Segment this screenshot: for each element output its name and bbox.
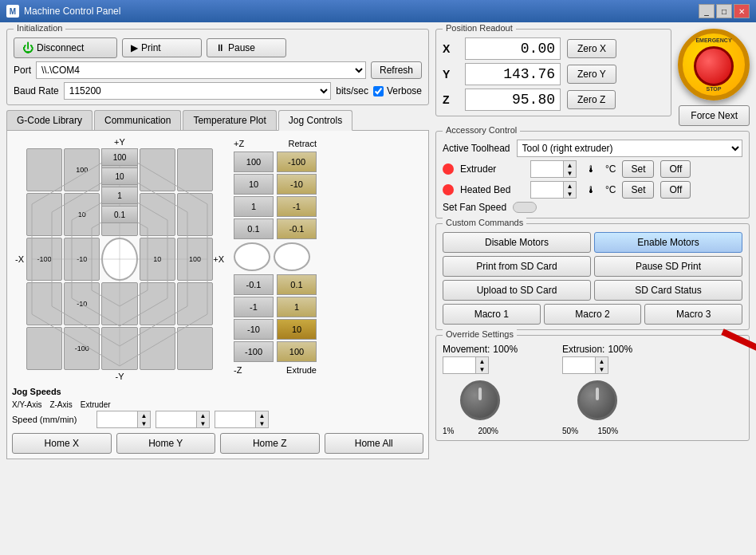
- init-buttons-row: ⏻ Disconnect ▶ Print ⏸ Pause: [14, 37, 422, 58]
- extrusion-down[interactable]: ▼: [595, 365, 608, 373]
- ext-speed-down[interactable]: ▼: [255, 419, 268, 427]
- macro2-button[interactable]: Macro 2: [544, 304, 642, 325]
- tab-jog-controls[interactable]: Jog Controls: [278, 110, 352, 131]
- enable-motors-button[interactable]: Enable Motors: [594, 232, 742, 253]
- print-sd-button[interactable]: Print from SD Card: [443, 256, 591, 277]
- extrusion-pct: 100%: [608, 344, 632, 355]
- bed-set-button[interactable]: Set: [622, 181, 654, 199]
- bed-temp-down[interactable]: ▼: [563, 190, 576, 198]
- refresh-button[interactable]: Refresh: [371, 61, 422, 79]
- fan-toggle[interactable]: [513, 202, 537, 213]
- port-select[interactable]: \\.\COM4: [36, 61, 366, 79]
- ret-100-button[interactable]: -100: [277, 152, 317, 172]
- tab-communication[interactable]: Communication: [94, 110, 181, 130]
- extruder-off-button[interactable]: Off: [660, 160, 691, 178]
- macro-row: Macro 1 Macro 2 Macro 3: [443, 304, 742, 325]
- extruder-temp-field[interactable]: 215: [531, 161, 563, 177]
- bed-off-button[interactable]: Off: [660, 181, 691, 199]
- ext-temp-down[interactable]: ▼: [563, 169, 576, 177]
- z-01-button[interactable]: 0.1: [234, 218, 274, 239]
- movement-up[interactable]: ▲: [475, 357, 488, 365]
- ext-temp-up[interactable]: ▲: [563, 161, 576, 169]
- z-neg100-button[interactable]: -100: [234, 341, 274, 362]
- z-neg1-button[interactable]: -1: [234, 297, 274, 317]
- y-10-button[interactable]: 10: [101, 167, 138, 185]
- ext-01-button[interactable]: 0.1: [277, 274, 317, 295]
- heated-bed-label: Heated Bed: [460, 184, 524, 195]
- y-100-button[interactable]: 100: [101, 148, 138, 166]
- toolhead-label: Active Toolhead: [443, 143, 510, 154]
- maximize-button[interactable]: □: [716, 4, 732, 18]
- xy-speed-down[interactable]: ▼: [137, 419, 150, 427]
- extrusion-field[interactable]: 100: [563, 357, 595, 373]
- xy-speed-field[interactable]: 1800.0: [97, 411, 137, 427]
- ext-speed-up[interactable]: ▲: [255, 411, 268, 419]
- zero-z-button[interactable]: Zero Z: [567, 90, 616, 109]
- ext-1-button[interactable]: 1: [277, 297, 317, 317]
- z-speed-down[interactable]: ▼: [196, 419, 209, 427]
- close-button[interactable]: ✕: [734, 4, 750, 18]
- y-01-button[interactable]: 0.1: [101, 206, 138, 223]
- extrusion-label: Extrusion:: [562, 344, 604, 355]
- home-all-button[interactable]: Home All: [325, 433, 424, 454]
- extrusion-override: Extrusion: 100% 100 ▲ ▼ 50%: [562, 344, 632, 435]
- z-10-button[interactable]: 10: [234, 174, 274, 195]
- app-icon: M: [6, 5, 19, 18]
- sd-status-button[interactable]: SD Card Status: [594, 280, 742, 301]
- temp-icon: 🌡: [586, 163, 596, 175]
- home-z-button[interactable]: Home Z: [220, 433, 320, 454]
- jog-speeds-section: Jog Speeds X/Y-Axis Z-Axis Extruder: [12, 386, 423, 428]
- movement-knob[interactable]: [460, 380, 500, 420]
- ext-10-button[interactable]: 10: [277, 319, 317, 340]
- minimize-button[interactable]: _: [699, 4, 715, 18]
- movement-field[interactable]: 100: [443, 357, 475, 373]
- z-1-button[interactable]: 1: [234, 196, 274, 217]
- ext-100-button[interactable]: 100: [277, 341, 317, 362]
- extrusion-up[interactable]: ▲: [595, 357, 608, 365]
- tab-temperature[interactable]: Temperature Plot: [183, 110, 276, 130]
- disable-motors-button[interactable]: Disable Motors: [443, 232, 591, 253]
- zero-x-button[interactable]: Zero X: [567, 39, 616, 58]
- ext-speed-col: Extruder: [81, 400, 111, 409]
- movement-down[interactable]: ▼: [475, 365, 488, 373]
- macro3-button[interactable]: Macro 3: [644, 304, 742, 325]
- z-neg10-button[interactable]: -10: [234, 319, 274, 340]
- pause-button[interactable]: ⏸ Pause: [207, 38, 286, 57]
- pause-sd-button[interactable]: Pause SD Print: [594, 256, 742, 277]
- z-plus-label: +Z: [234, 139, 244, 148]
- extrusion-knob[interactable]: [577, 380, 617, 420]
- z-neg01-button[interactable]: -0.1: [234, 274, 274, 295]
- upload-sd-button[interactable]: Upload to SD Card: [443, 280, 591, 301]
- extruder-set-button[interactable]: Set: [622, 160, 654, 178]
- home-y-button[interactable]: Home Y: [116, 433, 216, 454]
- baud-row: Baud Rate 115200 bits/sec Verbose: [14, 82, 422, 100]
- verbose-checkbox[interactable]: [373, 86, 384, 96]
- zero-y-button[interactable]: Zero Y: [567, 65, 616, 84]
- ret-10-button[interactable]: -10: [277, 174, 317, 195]
- z-circle: [234, 242, 270, 271]
- speed-label: Speed (mm/min): [12, 415, 92, 424]
- bed-temp-up[interactable]: ▲: [563, 182, 576, 190]
- xy-speed-up[interactable]: ▲: [137, 411, 150, 419]
- disconnect-button[interactable]: ⏻ Disconnect: [14, 37, 117, 58]
- toolhead-row: Active Toolhead Tool 0 (right extruder): [443, 140, 742, 157]
- y-1-button[interactable]: 1: [101, 187, 138, 204]
- z-speed-field[interactable]: 1200.0: [156, 411, 196, 427]
- z-speed-up[interactable]: ▲: [196, 411, 209, 419]
- macro1-button[interactable]: Macro 1: [443, 304, 541, 325]
- force-next-button[interactable]: Force Next: [679, 105, 750, 126]
- emergency-stop-button[interactable]: EMERGENCY STOP: [678, 29, 750, 100]
- movement-value-input: 100 ▲ ▼: [443, 356, 489, 374]
- print-button[interactable]: ▶ Print: [122, 38, 202, 57]
- ret-1-button[interactable]: -1: [277, 196, 317, 217]
- z-100-button[interactable]: 100: [234, 152, 274, 172]
- home-x-button[interactable]: Home X: [12, 433, 112, 454]
- baud-unit: bits/sec: [336, 85, 368, 96]
- baud-select[interactable]: 115200: [64, 82, 332, 100]
- toolhead-select[interactable]: Tool 0 (right extruder): [517, 140, 742, 157]
- ext-speed-field[interactable]: 240.0: [215, 411, 255, 427]
- tab-gcode[interactable]: G-Code Library: [6, 110, 93, 130]
- movement-knob-wrapper: [460, 377, 500, 423]
- ret-01-button[interactable]: -0.1: [277, 218, 317, 239]
- bed-temp-field[interactable]: 70: [531, 182, 563, 198]
